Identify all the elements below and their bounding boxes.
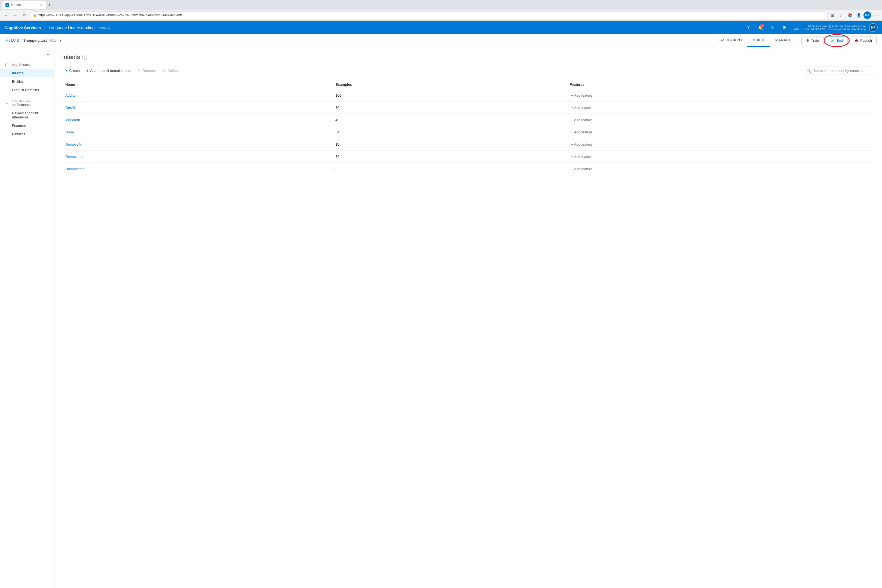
add-feature-button[interactable]: + Add feature	[570, 141, 594, 147]
tab-favicon: L	[6, 3, 9, 7]
intent-examples-cell: 49	[332, 114, 566, 126]
table-row: GetAll 70 + Add feature	[62, 102, 874, 114]
table-row: None 34 + Add feature	[62, 126, 874, 138]
breadcrumb-home[interactable]: My LUIS	[6, 38, 19, 42]
active-tab[interactable]: L Intents ×	[2, 1, 46, 9]
add-feature-label: Add feature	[574, 118, 592, 122]
sidebar-label-app-assets: App Assets	[12, 63, 30, 67]
more-options-button[interactable]: ⋯	[872, 11, 880, 19]
user-resource: AUTHORING RESOURCE: shopping-list-bot-lu…	[794, 28, 866, 31]
add-feature-button[interactable]: + Add feature	[570, 93, 594, 98]
browser-user-avatar[interactable]: MR	[864, 11, 871, 19]
create-button[interactable]: + Create	[62, 67, 83, 74]
sidebar-item-app-assets[interactable]: ◻ App Assets	[0, 60, 54, 69]
sidebar-collapse-button[interactable]: «	[44, 50, 52, 58]
back-button[interactable]: ←	[2, 11, 10, 19]
sidebar-item-prebuilt-domains[interactable]: Prebuilt Domains	[0, 86, 54, 94]
train-button[interactable]: ⚙ Train	[801, 36, 824, 45]
user-avatar[interactable]: MR	[869, 23, 878, 32]
tab-close-button[interactable]: ×	[40, 3, 42, 7]
tab-dashboard[interactable]: DASHBOARD	[712, 34, 747, 47]
browser-navigation: ← → ↻ 🔒 https://www.luis.ai/applications…	[0, 10, 882, 21]
content-header: Intents ?	[62, 54, 874, 61]
tab-manage[interactable]: MANAGE	[770, 34, 797, 47]
sidebar-collapse: «	[0, 49, 54, 59]
content-help-icon[interactable]: ?	[82, 55, 87, 60]
add-feature-plus-icon: +	[571, 142, 573, 147]
create-icon: +	[65, 68, 68, 73]
notification-icon[interactable]: 🔔 5	[756, 23, 765, 32]
create-label: Create	[69, 69, 80, 73]
add-feature-button[interactable]: + Add feature	[570, 166, 594, 171]
emoji-icon[interactable]: ☺	[768, 23, 777, 32]
intent-name-cell: MarkItem	[62, 114, 332, 126]
sidebar: « ◻ App Assets Intents Entities Prebuilt…	[0, 47, 54, 588]
add-feature-button[interactable]: + Add feature	[570, 129, 594, 135]
refresh-button[interactable]: ↻	[21, 11, 28, 19]
add-prebuilt-button[interactable]: + Add prebuilt domain intent	[83, 67, 135, 74]
account-button[interactable]: 👤	[855, 11, 862, 19]
sidebar-item-improve-app[interactable]: ≡ Improve app performance	[0, 96, 54, 109]
main-nav-tabs: DASHBOARD BUILD MANAGE	[712, 34, 797, 47]
app-assets-icon: ◻	[4, 62, 9, 67]
version-dropdown-button[interactable]: ▾	[60, 38, 62, 42]
sidebar-item-review-endpoint[interactable]: Review endpoint utterances	[0, 109, 54, 122]
settings-icon[interactable]: ⚙	[780, 23, 789, 32]
address-bar[interactable]: 🔒 https://www.luis.ai/applications/17283…	[30, 11, 827, 19]
new-tab-button[interactable]: +	[46, 1, 53, 9]
address-text: https://www.luis.ai/applications/1728315…	[38, 14, 183, 17]
search-input[interactable]	[813, 69, 872, 73]
rename-button[interactable]: ✎ Rename	[135, 67, 159, 74]
add-prebuilt-icon: +	[86, 68, 88, 73]
sidebar-item-intents[interactable]: Intents	[0, 69, 54, 77]
tab-build[interactable]: BUILD	[747, 34, 770, 47]
user-email: Malte.Reimann@studentambassadors.com	[808, 24, 866, 28]
add-feature-button[interactable]: + Add feature	[570, 154, 594, 159]
delete-button[interactable]: 🗑 Delete	[159, 67, 181, 74]
intent-name-link[interactable]: UnmarkItem	[65, 167, 85, 171]
add-feature-plus-icon: +	[571, 166, 573, 171]
test-button[interactable]: 🧪 Test	[826, 36, 848, 45]
rename-label: Rename	[142, 69, 156, 73]
sidebar-item-patterns[interactable]: Patterns	[0, 130, 54, 138]
train-label: Train	[811, 38, 819, 42]
add-feature-button[interactable]: + Add feature	[570, 105, 594, 110]
extensions-button[interactable]: ⊞	[829, 11, 836, 19]
search-box[interactable]: 🔍	[804, 66, 874, 75]
intent-examples-cell: 34	[332, 126, 566, 138]
toolbar: + Create + Add prebuilt domain intent ✎ …	[62, 66, 874, 75]
help-icon[interactable]: ?	[744, 23, 753, 32]
notification-badge: 5	[760, 24, 764, 27]
intent-name-link[interactable]: AddItem	[65, 93, 78, 98]
table-body: AddItem 106 + Add feature GetAll 70 + Ad…	[62, 89, 874, 175]
column-header-examples: Examples	[332, 80, 566, 89]
intent-name-cell: None	[62, 126, 332, 138]
add-feature-label: Add feature	[574, 93, 592, 98]
sidebar-item-features[interactable]: Features	[0, 122, 54, 130]
collections-button[interactable]: 📚	[846, 11, 854, 19]
publish-button[interactable]: 📤 Publish	[850, 36, 876, 45]
publish-label: Publish	[860, 38, 872, 42]
lock-icon: 🔒	[33, 14, 37, 17]
intent-name-link[interactable]: None	[65, 130, 74, 134]
favorites-button[interactable]: ☆	[837, 11, 845, 19]
sort-arrow-icon: ↑	[77, 83, 79, 86]
intent-name-link[interactable]: RemoveAll	[65, 142, 82, 147]
browser-chrome: L Intents × + ← → ↻ 🔒 https://www.luis.a…	[0, 0, 882, 21]
table-row: RemoveItem 50 + Add feature	[62, 150, 874, 163]
forward-button[interactable]: →	[11, 11, 19, 19]
delete-label: Delete	[168, 69, 178, 73]
intent-name-link[interactable]: MarkItem	[65, 118, 80, 122]
breadcrumb-sep: /	[21, 38, 22, 42]
page-title: Intents	[62, 54, 80, 61]
intent-examples-cell: 70	[332, 102, 566, 114]
intent-name-link[interactable]: RemoveItem	[65, 154, 86, 159]
intent-features-cell: + Add feature	[567, 150, 874, 163]
intent-name-link[interactable]: GetAll	[65, 106, 75, 110]
add-feature-button[interactable]: + Add feature	[570, 117, 594, 123]
add-feature-label: Add feature	[574, 154, 592, 159]
user-info: Malte.Reimann@studentambassadors.com AUT…	[794, 24, 866, 31]
nav-actions: ⊞ ☆ 📚 👤 MR ⋯	[829, 11, 880, 19]
sidebar-item-entities[interactable]: Entities	[0, 77, 54, 86]
intent-features-cell: + Add feature	[567, 138, 874, 150]
